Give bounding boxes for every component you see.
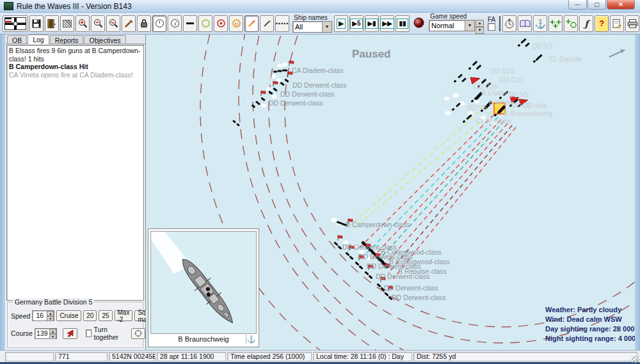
british-ship[interactable] — [355, 262, 359, 266]
play-button[interactable]: ▶ — [334, 15, 348, 32]
chevron-down-icon[interactable]: ▼ — [465, 20, 474, 31]
battle-log[interactable]: B Elsass fires 9 6in guns at B Camperdow… — [6, 45, 144, 301]
german-ship[interactable] — [454, 80, 457, 83]
speed-preset-max-2[interactable]: Max -2 — [115, 310, 133, 321]
gunnery-button[interactable] — [122, 15, 136, 32]
british-ship[interactable] — [260, 97, 265, 102]
pencil-line-button[interactable] — [260, 15, 274, 32]
exit-button[interactable] — [45, 15, 59, 32]
german-ship[interactable] — [458, 74, 463, 79]
play-fast-button[interactable]: ▶▶ — [380, 15, 394, 32]
speed-preset-25[interactable]: 25 — [99, 310, 112, 321]
ship-names-select[interactable]: All▼ — [292, 21, 332, 33]
british-ship[interactable] — [364, 271, 369, 276]
minimize-button[interactable]: — — [568, 0, 587, 10]
resize-grip[interactable] — [632, 356, 639, 363]
british-ship[interactable] — [236, 123, 240, 126]
title-bar[interactable]: Rule the Waves III - Version B143 — ▢ ✕ — [0, 0, 640, 13]
play-5-button[interactable]: ▶5 — [349, 15, 364, 32]
british-ship[interactable] — [345, 252, 349, 257]
british-ship[interactable] — [278, 70, 282, 72]
tactical-map[interactable]: CA Diadem-classDD Derwent-classDD Derwen… — [146, 35, 640, 350]
british-ship[interactable] — [368, 275, 372, 280]
help-button[interactable]: ? — [595, 15, 609, 32]
notes-button[interactable] — [610, 15, 624, 32]
german-ship[interactable] — [525, 42, 530, 47]
orange-circle-button[interactable]: M — [229, 15, 243, 32]
turn-together-checkbox[interactable] — [86, 329, 92, 337]
speed-down-icon[interactable]: ▼ — [47, 316, 54, 321]
sea-color-swatch[interactable] — [499, 16, 500, 31]
mines-button[interactable] — [137, 15, 151, 32]
british-ship[interactable] — [280, 82, 284, 86]
stopwatch-button[interactable] — [502, 15, 516, 32]
anchor-icon[interactable]: ⚓ — [246, 335, 256, 344]
log-book-button[interactable] — [518, 15, 532, 32]
british-ship[interactable] — [384, 292, 388, 297]
british-ship[interactable] — [232, 120, 236, 123]
british-ship[interactable] — [284, 79, 289, 83]
paused-indicator: Paused — [352, 48, 390, 60]
speed-preset-20[interactable]: 20 — [83, 310, 97, 321]
formation-turn-button[interactable] — [131, 328, 145, 339]
german-ship[interactable] — [471, 100, 474, 103]
smoke-puff — [452, 93, 459, 97]
chevron-down-icon[interactable]: ▼ — [322, 22, 332, 32]
german-ship[interactable] — [472, 61, 478, 66]
close-button[interactable]: ✕ — [607, 0, 635, 10]
formation-circle-button[interactable] — [564, 15, 578, 32]
save-button[interactable] — [29, 15, 44, 32]
british-ship[interactable] — [333, 242, 338, 246]
tab-ob[interactable]: OB — [7, 35, 27, 44]
course-down-icon[interactable]: ▼ — [49, 334, 56, 339]
game-speed-spinner[interactable]: ▲▼ — [476, 20, 484, 34]
german-ship[interactable] — [520, 38, 526, 44]
german-ship[interactable] — [533, 60, 536, 63]
german-ship[interactable] — [468, 67, 472, 70]
fa-checkbox[interactable] — [488, 23, 495, 31]
german-ship[interactable] — [476, 65, 482, 70]
anchor-button[interactable]: ⚓ — [533, 15, 547, 32]
speed-stepper[interactable]: 16 ▲▼ — [32, 310, 54, 321]
german-ensign-button[interactable] — [3, 15, 28, 32]
british-ship[interactable] — [255, 100, 260, 105]
british-ship[interactable] — [282, 70, 287, 72]
damage-button[interactable]: ƒ — [579, 15, 593, 32]
german-ship[interactable] — [518, 44, 521, 47]
british-ship[interactable] — [337, 246, 342, 250]
dots-button[interactable]: ••••• — [275, 15, 289, 32]
zoom-in-button[interactable] — [76, 15, 90, 32]
british-ship[interactable] — [273, 88, 277, 92]
german-ship[interactable] — [461, 77, 467, 83]
formation-cross-button[interactable] — [548, 15, 563, 32]
range-dash-button[interactable] — [183, 15, 197, 32]
german-ship[interactable] — [452, 108, 455, 111]
zoom-out-button[interactable] — [91, 15, 105, 32]
speed-up-icon[interactable]: ▲ — [47, 311, 54, 316]
german-ship[interactable] — [466, 115, 472, 120]
german-ship[interactable] — [463, 120, 466, 123]
tab-log[interactable]: Log — [28, 35, 49, 44]
british-ship[interactable] — [349, 256, 353, 260]
course-up-icon[interactable]: ▲ — [49, 329, 56, 334]
british-ship[interactable] — [273, 71, 277, 73]
tab-reports[interactable]: Reports — [50, 35, 84, 44]
ship-viewer — [150, 231, 257, 334]
speed-preset-cruise[interactable]: Cruise — [56, 310, 81, 321]
time-hands-button[interactable] — [168, 15, 182, 32]
british-ship[interactable] — [358, 265, 363, 270]
green-circle-button[interactable] — [198, 15, 212, 32]
set-course-button[interactable] — [63, 328, 77, 339]
map-texture-button[interactable] — [60, 15, 74, 32]
course-line-button[interactable] — [244, 15, 259, 32]
red-target-button[interactable] — [214, 15, 228, 32]
zoom-fit-button[interactable] — [106, 15, 120, 32]
pause-button[interactable]: ▮▮ — [396, 15, 410, 32]
print-button[interactable] — [625, 15, 639, 32]
play-step-button[interactable]: ▶▮ — [365, 15, 379, 32]
maximize-button[interactable]: ▢ — [588, 0, 606, 10]
game-speed-select[interactable]: Normal▼ — [429, 20, 475, 31]
course-stepper[interactable]: 139 ▲▼ — [35, 328, 57, 339]
tab-objectives[interactable]: Objectives — [84, 35, 125, 44]
time-circle-button[interactable] — [152, 15, 166, 32]
